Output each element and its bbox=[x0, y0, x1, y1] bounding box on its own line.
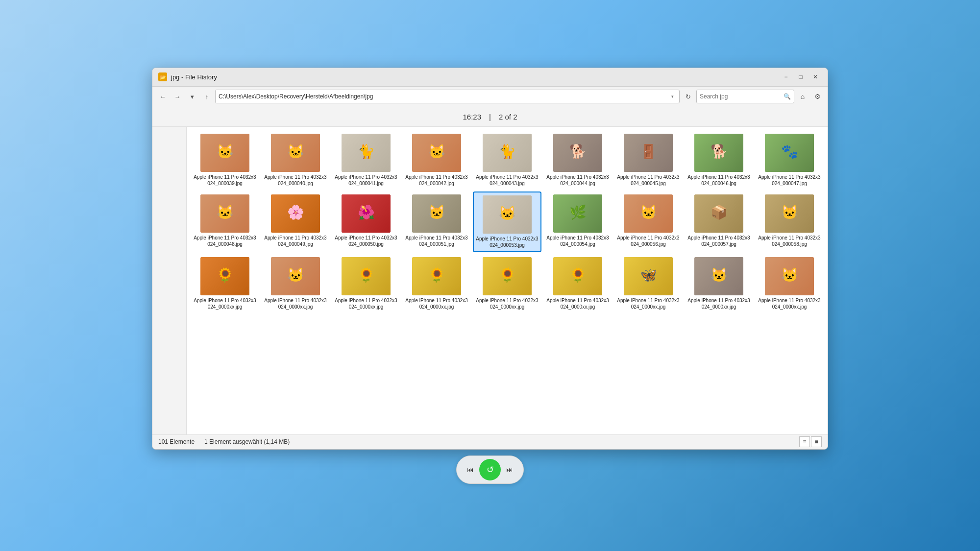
file-name: Apple iPhone 11 Pro 4032x3024_0000xx.jpg bbox=[616, 297, 681, 310]
search-icon: 🔍 bbox=[784, 93, 791, 100]
file-thumbnail bbox=[342, 134, 391, 172]
back-button[interactable]: ← bbox=[156, 90, 169, 103]
forward-button[interactable]: → bbox=[171, 90, 184, 103]
list-item[interactable]: Apple iPhone 11 Pro 4032x3024_000051.jpg bbox=[402, 192, 471, 252]
file-name: Apple iPhone 11 Pro 4032x3024_000039.jpg bbox=[193, 174, 257, 187]
list-item[interactable]: Apple iPhone 11 Pro 4032x3024_000044.jpg bbox=[543, 131, 612, 190]
address-dropdown-button[interactable]: ▾ bbox=[668, 93, 676, 100]
list-item[interactable]: Apple iPhone 11 Pro 4032x3024_0000xx.jpg bbox=[755, 254, 824, 313]
address-bar[interactable]: ▾ bbox=[215, 90, 680, 103]
file-thumbnail bbox=[200, 257, 249, 295]
list-item[interactable]: Apple iPhone 11 Pro 4032x3024_000040.jpg bbox=[261, 131, 330, 190]
up-button[interactable]: ↑ bbox=[200, 90, 213, 103]
timestamp: 16:23 bbox=[463, 113, 482, 121]
list-item[interactable]: Apple iPhone 11 Pro 4032x3024_0000xx.jpg bbox=[543, 254, 612, 313]
file-name: Apple iPhone 11 Pro 4032x3024_000041.jpg bbox=[334, 174, 398, 187]
list-item[interactable]: Apple iPhone 11 Pro 4032x3024_000043.jpg bbox=[473, 131, 541, 190]
selection-info: 1 Element ausgewählt (1,14 MB) bbox=[204, 438, 290, 445]
file-thumbnail bbox=[342, 194, 391, 233]
settings-button[interactable]: ⚙ bbox=[811, 90, 824, 103]
previous-button[interactable]: ⏮ bbox=[463, 462, 478, 478]
list-item[interactable]: Apple iPhone 11 Pro 4032x3024_0000xx.jpg bbox=[614, 254, 683, 313]
file-name: Apple iPhone 11 Pro 4032x3024_000056.jpg bbox=[616, 235, 681, 247]
list-item[interactable]: Apple iPhone 11 Pro 4032x3024_0000xx.jpg bbox=[685, 254, 753, 313]
file-name: Apple iPhone 11 Pro 4032x3024_0000xx.jpg bbox=[263, 297, 328, 310]
playback-controls: ⏮ ↺ ⏭ bbox=[456, 455, 524, 484]
search-input[interactable] bbox=[700, 93, 782, 100]
file-name: Apple iPhone 11 Pro 4032x3024_000058.jpg bbox=[757, 235, 822, 247]
file-thumbnail bbox=[200, 194, 249, 233]
list-item[interactable]: Apple iPhone 11 Pro 4032x3024_0000xx.jpg bbox=[261, 254, 330, 313]
window-controls: − □ ✕ bbox=[780, 72, 822, 82]
file-name: Apple iPhone 11 Pro 4032x3024_0000xx.jpg bbox=[545, 297, 610, 310]
file-thumbnail bbox=[412, 257, 461, 295]
file-thumbnail bbox=[342, 257, 391, 295]
file-name: Apple iPhone 11 Pro 4032x3024_000048.jpg bbox=[193, 235, 257, 247]
file-thumbnail bbox=[765, 257, 814, 295]
info-bar: 16:23 | 2 of 2 bbox=[152, 107, 828, 127]
home-button[interactable]: ⌂ bbox=[796, 90, 809, 103]
navigation-bar: ← → ▾ ↑ ▾ ↻ 🔍 ⌂ ⚙ bbox=[152, 87, 828, 107]
file-thumbnail bbox=[694, 134, 743, 172]
list-item[interactable]: Apple iPhone 11 Pro 4032x3024_000058.jpg bbox=[755, 192, 824, 252]
list-item[interactable]: Apple iPhone 11 Pro 4032x3024_000046.jpg bbox=[685, 131, 753, 190]
close-button[interactable]: ✕ bbox=[809, 72, 822, 82]
file-thumbnail bbox=[694, 257, 743, 295]
file-thumbnail bbox=[624, 134, 673, 172]
list-item[interactable]: Apple iPhone 11 Pro 4032x3024_000054.jpg bbox=[543, 192, 612, 252]
file-thumbnail bbox=[624, 257, 673, 295]
file-name: Apple iPhone 11 Pro 4032x3024_000054.jpg bbox=[545, 235, 610, 247]
file-name: Apple iPhone 11 Pro 4032x3024_000057.jpg bbox=[686, 235, 751, 247]
search-bar[interactable]: 🔍 bbox=[696, 90, 794, 103]
list-item[interactable]: Apple iPhone 11 Pro 4032x3024_0000xx.jpg bbox=[402, 254, 471, 313]
file-thumbnail bbox=[200, 134, 249, 172]
file-thumbnail bbox=[694, 194, 743, 233]
file-thumbnail bbox=[553, 194, 602, 233]
file-thumbnail bbox=[412, 134, 461, 172]
list-view-button[interactable]: ≡ bbox=[799, 436, 810, 447]
file-name: Apple iPhone 11 Pro 4032x3024_000050.jpg bbox=[334, 235, 398, 247]
recent-locations-button[interactable]: ▾ bbox=[186, 90, 198, 103]
file-name: Apple iPhone 11 Pro 4032x3024_000043.jpg bbox=[475, 174, 539, 187]
list-item[interactable]: Apple iPhone 11 Pro 4032x3024_000047.jpg bbox=[755, 131, 824, 190]
file-thumbnail bbox=[553, 134, 602, 172]
list-item[interactable]: Apple iPhone 11 Pro 4032x3024_000048.jpg bbox=[191, 192, 259, 252]
window-title: jpg - File History bbox=[171, 73, 776, 81]
page-info: 2 of 2 bbox=[499, 113, 517, 121]
file-name: Apple iPhone 11 Pro 4032x3024_000040.jpg bbox=[263, 174, 328, 187]
list-item[interactable]: Apple iPhone 11 Pro 4032x3024_000042.jpg bbox=[402, 131, 471, 190]
list-item[interactable]: Apple iPhone 11 Pro 4032x3024_000041.jpg bbox=[332, 131, 400, 190]
file-name: Apple iPhone 11 Pro 4032x3024_000044.jpg bbox=[545, 174, 610, 187]
list-item[interactable]: Apple iPhone 11 Pro 4032x3024_000049.jpg bbox=[261, 192, 330, 252]
list-item[interactable]: Apple iPhone 11 Pro 4032x3024_000056.jpg bbox=[614, 192, 683, 252]
list-item[interactable]: Apple iPhone 11 Pro 4032x3024_000050.jpg bbox=[332, 192, 400, 252]
file-name: Apple iPhone 11 Pro 4032x3024_0000xx.jpg bbox=[475, 297, 539, 310]
list-item[interactable]: Apple iPhone 11 Pro 4032x3024_000045.jpg bbox=[614, 131, 683, 190]
separator: | bbox=[489, 113, 491, 121]
play-button[interactable]: ↺ bbox=[479, 459, 501, 480]
file-thumbnail bbox=[483, 134, 532, 172]
file-thumbnail bbox=[765, 134, 814, 172]
file-thumbnail bbox=[624, 194, 673, 233]
file-name: Apple iPhone 11 Pro 4032x3024_0000xx.jpg bbox=[404, 297, 469, 310]
refresh-button[interactable]: ↻ bbox=[682, 90, 694, 103]
next-button[interactable]: ⏭ bbox=[502, 462, 517, 478]
minimize-button[interactable]: − bbox=[780, 72, 792, 82]
maximize-button[interactable]: □ bbox=[794, 72, 807, 82]
file-thumbnail bbox=[412, 194, 461, 233]
list-item[interactable]: Apple iPhone 11 Pro 4032x3024_000053.jpg bbox=[473, 192, 541, 252]
list-item[interactable]: Apple iPhone 11 Pro 4032x3024_000057.jpg bbox=[685, 192, 753, 252]
list-item[interactable]: Apple iPhone 11 Pro 4032x3024_0000xx.jpg bbox=[191, 254, 259, 313]
list-item[interactable]: Apple iPhone 11 Pro 4032x3024_000039.jpg bbox=[191, 131, 259, 190]
address-input[interactable] bbox=[219, 93, 666, 100]
file-thumbnail bbox=[765, 194, 814, 233]
file-name: Apple iPhone 11 Pro 4032x3024_0000xx.jpg bbox=[757, 297, 822, 310]
file-thumbnail bbox=[271, 134, 320, 172]
main-content: Apple iPhone 11 Pro 4032x3024_000039.jpg… bbox=[152, 127, 828, 434]
list-item[interactable]: Apple iPhone 11 Pro 4032x3024_0000xx.jpg bbox=[332, 254, 400, 313]
file-thumbnail bbox=[483, 195, 532, 234]
title-bar: 📂 jpg - File History − □ ✕ bbox=[152, 68, 828, 87]
file-name: Apple iPhone 11 Pro 4032x3024_0000xx.jpg bbox=[334, 297, 398, 310]
list-item[interactable]: Apple iPhone 11 Pro 4032x3024_0000xx.jpg bbox=[473, 254, 541, 313]
grid-view-button[interactable]: ■ bbox=[811, 436, 822, 447]
